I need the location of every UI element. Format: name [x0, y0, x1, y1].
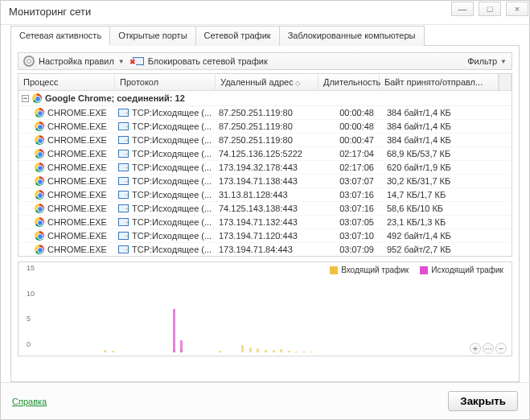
chrome-icon — [35, 121, 44, 131]
tab-open-ports[interactable]: Открытые порты — [109, 26, 195, 46]
cell-bytes: 58,6 КБ/10 КБ — [382, 204, 508, 213]
cell-remote: 74.125.143.138:443 — [219, 204, 322, 213]
chrome-icon — [35, 231, 44, 241]
cell-remote: 173.194.71.120:443 — [219, 231, 322, 241]
col-bytes[interactable]: Байт принято/отправл... — [380, 74, 499, 90]
footer: Справка Закрыть — [1, 382, 529, 419]
chrome-icon — [32, 93, 42, 103]
bar-outgoing — [173, 309, 175, 352]
table-header: Процесс Протокол Удаленный адрес◇ Длител… — [18, 74, 512, 91]
close-window-button[interactable]: × — [506, 2, 528, 16]
table-row[interactable]: CHROME.EXETCP:Исходящее (...173.194.71.1… — [18, 175, 512, 188]
rules-settings-button[interactable]: Настройка правил ▼ — [23, 56, 125, 67]
cell-duration: 03:07:10 — [322, 231, 382, 241]
group-label: Google Chrome; соединений: 12 — [45, 93, 185, 103]
cell-duration: 00:00:48 — [322, 108, 382, 117]
tab-blocked-computers[interactable]: Заблокированные компьютеры — [279, 26, 425, 46]
col-duration[interactable]: Длительность — [318, 74, 380, 90]
table-row[interactable]: CHROME.EXETCP:Исходящее (...87.250.251.1… — [18, 134, 512, 147]
cell-process: CHROME.EXE — [22, 163, 118, 172]
bar-incoming — [104, 350, 106, 352]
chrome-icon — [35, 135, 44, 145]
connections-table: Процесс Протокол Удаленный адрес◇ Длител… — [18, 73, 512, 257]
scrollbar-head — [499, 74, 512, 90]
net-out-icon — [118, 218, 129, 226]
cell-protocol: TCP:Исходящее (... — [118, 231, 219, 241]
cell-protocol: TCP:Исходящее (... — [118, 176, 219, 186]
block-traffic-icon: ✖ — [133, 57, 144, 65]
group-row-chrome[interactable]: − Google Chrome; соединений: 12 — [18, 91, 512, 106]
cell-duration: 03:07:16 — [322, 204, 382, 213]
minimize-button[interactable]: — — [451, 2, 474, 16]
col-process[interactable]: Процесс — [18, 74, 115, 90]
cell-remote: 173.194.71.84:443 — [219, 245, 322, 254]
cell-duration: 02:17:06 — [322, 163, 382, 172]
table-row[interactable]: CHROME.EXETCP:Исходящее (...87.250.251.1… — [18, 120, 512, 134]
table-row[interactable]: CHROME.EXETCP:Исходящее (...173.194.32.1… — [18, 161, 512, 175]
cell-protocol: TCP:Исходящее (... — [118, 217, 219, 227]
net-out-icon — [118, 204, 129, 212]
bar-incoming — [273, 350, 275, 352]
bar-incoming — [219, 351, 221, 352]
window-title: Мониторинг сети — [9, 6, 91, 18]
cell-remote: 173.194.71.132:443 — [219, 217, 322, 227]
filter-button[interactable]: Фильтр ▼ — [467, 56, 507, 66]
chevron-down-icon: ▼ — [118, 58, 125, 65]
bar-outgoing — [180, 340, 183, 352]
cell-process: CHROME.EXE — [22, 135, 118, 145]
table-row[interactable]: CHROME.EXETCP:Исходящее (...74.125.143.1… — [18, 202, 512, 216]
table-body[interactable]: − Google Chrome; соединений: 12 CHROME.E… — [18, 91, 512, 256]
cell-duration: 00:00:48 — [322, 121, 382, 131]
bar-incoming — [257, 348, 259, 352]
help-link[interactable]: Справка — [12, 397, 47, 406]
cell-protocol: TCP:Исходящее (... — [118, 190, 219, 200]
tab-network-activity[interactable]: Сетевая активность — [10, 26, 110, 46]
cell-bytes: 384 байт/1,4 КБ — [382, 121, 508, 131]
cell-duration: 03:07:05 — [322, 217, 382, 227]
cell-bytes: 384 байт/1,4 КБ — [382, 108, 508, 117]
table-row[interactable]: CHROME.EXETCP:Исходящее (...74.125.136.1… — [18, 147, 512, 161]
table-row[interactable]: CHROME.EXETCP:Исходящее (...87.250.251.1… — [18, 106, 512, 120]
rules-settings-label: Настройка правил — [39, 56, 114, 66]
bar-incoming — [295, 352, 298, 352]
cell-process: CHROME.EXE — [22, 204, 118, 213]
cell-bytes: 23,1 КБ/1,3 КБ — [382, 217, 508, 227]
tab-network-traffic[interactable]: Сетевой трафик — [195, 26, 280, 46]
net-out-icon — [118, 191, 129, 199]
bar-incoming — [288, 351, 290, 352]
net-out-icon — [118, 177, 129, 185]
tab-bar: Сетевая активность Открытые порты Сетево… — [1, 25, 529, 45]
zoom-in-button[interactable]: + — [470, 343, 481, 354]
chrome-icon — [35, 108, 44, 117]
cell-remote: 31.13.81.128:443 — [219, 190, 322, 200]
cell-remote: 87.250.251.119:80 — [219, 121, 322, 131]
maximize-button[interactable]: □ — [479, 2, 501, 16]
zoom-controls: + ··· − — [470, 343, 507, 354]
cell-protocol: TCP:Исходящее (... — [118, 108, 219, 117]
cell-protocol: TCP:Исходящее (... — [118, 135, 219, 145]
table-row[interactable]: CHROME.EXETCP:Исходящее (...173.194.71.1… — [18, 216, 512, 229]
cell-duration: 03:07:16 — [322, 190, 382, 200]
table-row[interactable]: CHROME.EXETCP:Исходящее (...173.194.71.8… — [18, 243, 512, 256]
table-row[interactable]: CHROME.EXETCP:Исходящее (...173.194.71.1… — [18, 229, 512, 243]
net-out-icon — [118, 122, 129, 130]
table-row[interactable]: CHROME.EXETCP:Исходящее (...31.13.81.128… — [18, 188, 512, 202]
zoom-out-button[interactable]: − — [495, 343, 507, 354]
block-traffic-button[interactable]: ✖ Блокировать сетевой трафик — [133, 56, 268, 66]
collapse-icon[interactable]: − — [22, 95, 29, 102]
cell-bytes: 952 байт/2,7 КБ — [382, 245, 508, 254]
cell-duration: 03:07:07 — [322, 176, 382, 186]
col-remote-address[interactable]: Удаленный адрес◇ — [216, 74, 318, 90]
cell-bytes: 384 байт/1,4 КБ — [382, 135, 508, 145]
col-protocol[interactable]: Протокол — [115, 74, 216, 90]
swatch-incoming — [330, 266, 338, 274]
cell-process: CHROME.EXE — [22, 231, 118, 241]
bar-incoming — [280, 349, 282, 352]
close-button[interactable]: Закрыть — [448, 391, 518, 411]
bar-incoming — [112, 351, 114, 352]
net-out-icon — [118, 109, 129, 117]
titlebar: Мониторинг сети — □ × — [1, 1, 529, 25]
net-out-icon — [118, 232, 129, 240]
cell-protocol: TCP:Исходящее (... — [118, 163, 219, 172]
cell-remote: 173.194.71.138:443 — [219, 176, 322, 186]
